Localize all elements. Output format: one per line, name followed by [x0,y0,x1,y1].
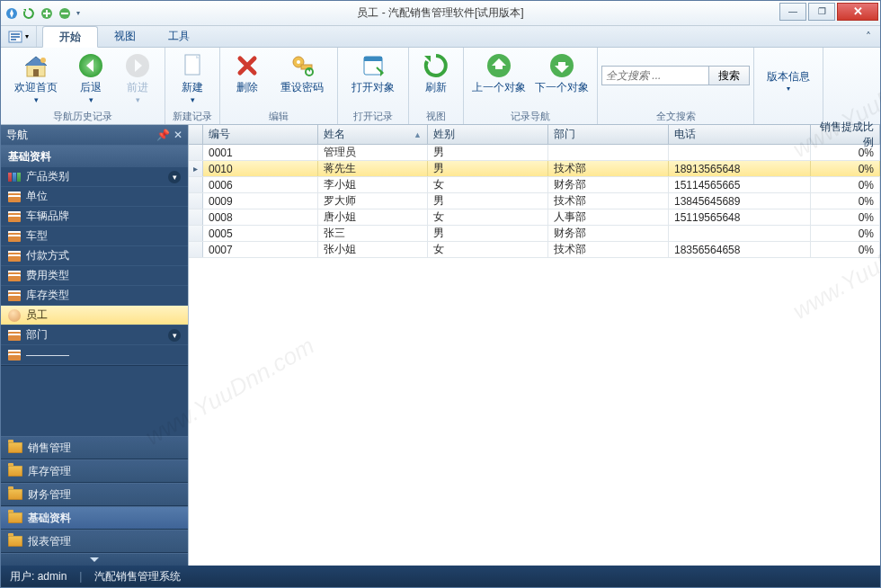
cell-id: 0005 [203,226,318,241]
sidebar-close-icon[interactable]: ✕ [174,129,182,141]
maximize-button[interactable]: ❐ [808,3,835,21]
pin-icon[interactable]: 📌 [156,129,170,141]
minimize-button[interactable]: — [779,3,806,21]
column-header-id[interactable]: 编号 [203,125,318,144]
cell-phone: 13845645689 [669,193,811,209]
grid-body[interactable]: 0001管理员男0%▸0010蒋先生男技术部189135656480%0006李… [189,145,880,566]
sidebar-item-vehicle-brand[interactable]: 车辆品牌 [1,207,188,227]
svg-rect-4 [11,33,20,35]
column-header-name[interactable]: 姓名▲ [318,125,428,144]
sidebar-item-employee[interactable]: 员工 [1,306,188,325]
sidebar-item-department[interactable]: 部门▾ [1,325,188,345]
table-row[interactable]: 0006李小姐女财务部151145656650% [189,177,880,193]
svg-rect-18 [364,57,382,61]
delete-button[interactable]: 删除 [224,49,271,94]
svg-rect-6 [11,39,16,40]
table-row[interactable]: 0001管理员男0% [189,145,880,161]
folder-icon [8,466,22,477]
tab-开始[interactable]: 开始 [42,26,98,48]
cell-dept [548,145,669,160]
status-system: 汽配销售管理系统 [94,569,181,584]
sidebar-item-vehicle-model[interactable]: 车型 [1,227,188,246]
cell-id: 0001 [203,145,318,160]
column-header-dept[interactable]: 部门 [548,125,669,144]
refresh-button[interactable]: 刷新 [413,49,459,94]
cell-gender: 男 [428,145,548,160]
column-header-comm[interactable]: 销售提成比例 [811,125,880,144]
ribbon-collapse-icon[interactable]: ˄ [857,26,880,47]
nav-finance-mgmt[interactable]: 财务管理 [1,483,188,506]
sidebar-item-label: 产品类别 [26,169,69,184]
nextobj-button[interactable]: 下一个对象 [530,49,593,94]
cell-dept: 技术部 [548,242,669,257]
qat-refresh-icon[interactable] [22,7,35,20]
nav-label: 报表管理 [28,534,71,549]
version-button[interactable]: 版本信息▾ [758,66,819,96]
sidebar-item-payment-method[interactable]: 付款方式 [1,246,188,266]
back-button[interactable]: 后退▾ [67,49,114,104]
sidebar-item-label: 单位 [26,189,48,204]
sidebar-section-header[interactable]: 基础资料 [1,146,188,167]
tab-工具[interactable]: 工具 [152,26,206,47]
qat-caret-icon[interactable]: ▾ [76,9,80,17]
nav-label: 销售管理 [28,441,71,456]
sidebar-item-more[interactable]: ―――― [1,345,188,365]
cell-name: 管理员 [318,145,428,160]
sidebar-item-expense-type[interactable]: 费用类型 [1,266,188,286]
column-header-gender[interactable]: 姓别 [428,125,548,144]
group-label: 记录导航 [467,110,593,124]
cell-id: 0010 [203,161,318,176]
sidebar-collapse-icon[interactable] [1,553,188,566]
new-button[interactable]: 新建▾ [169,49,216,104]
openobj-button[interactable]: 打开对象 [342,49,405,94]
svg-rect-8 [33,69,39,76]
close-button[interactable]: ✕ [837,3,878,21]
cell-name: 蒋先生 [318,161,428,176]
cell-comm: 0% [811,177,880,192]
cell-gender: 男 [428,193,548,209]
grid-header: 编号姓名▲姓别部门电话销售提成比例 [189,125,880,145]
folder-icon [8,489,22,500]
nav-label: 财务管理 [28,487,71,503]
sidebar-item-product-category[interactable]: 产品类别▾ [1,167,188,187]
group-label: 新建记录 [169,110,216,124]
row-indicator-icon [189,145,203,160]
fulltext-search-input[interactable] [601,66,709,85]
nav-inventory-mgmt[interactable]: 库存管理 [1,459,188,483]
sidebar-item-label: 库存类型 [26,288,69,303]
nav-base-data[interactable]: 基础资料 [1,506,188,530]
svg-rect-5 [11,36,20,38]
file-menu-button[interactable]: ▾ [1,26,37,47]
group-label: 打开记录 [342,110,405,124]
search-button[interactable]: 搜索 [708,66,750,85]
cell-gender: 男 [428,226,548,241]
sidebar-item-label: 部门 [26,327,48,343]
table-row[interactable]: 0008唐小姐女人事部151195656480% [189,209,880,226]
nav-report-mgmt[interactable]: 报表管理 [1,530,188,553]
titlebar: ▾ 员工 - 汽配销售管理软件[试用版本] — ❐ ✕ [1,1,880,26]
sidebar-item-inventory-type[interactable]: 库存类型 [1,286,188,306]
table-row[interactable]: ▸0010蒋先生男技术部189135656480% [189,161,880,177]
table-row[interactable]: 0005张三男财务部0% [189,226,880,242]
sidebar-item-label: 员工 [26,307,48,323]
cell-id: 0008 [203,209,318,225]
qat-remove-icon[interactable] [58,7,71,20]
column-header-phone[interactable]: 电话 [669,125,811,144]
statusbar: 用户: admin | 汽配销售管理系统 [1,566,880,587]
folder-icon [8,442,22,453]
prevobj-button[interactable]: 上一个对象 [467,49,530,94]
table-row[interactable]: 0009罗大师男技术部138456456890% [189,193,880,209]
resetpwd-button[interactable]: 重设密码 [271,49,334,94]
nav-sales-mgmt[interactable]: 销售管理 [1,436,188,459]
tab-视图[interactable]: 视图 [98,26,152,47]
cell-gender: 女 [428,177,548,192]
home-button[interactable]: 欢迎首页▾ [4,49,67,104]
cell-dept: 财务部 [548,226,669,241]
qat-add-icon[interactable] [40,7,53,20]
window-title: 员工 - 汽配销售管理软件[试用版本] [357,5,523,21]
sidebar-item-unit[interactable]: 单位 [1,187,188,207]
table-row[interactable]: 0007张小姐女技术部183565646580% [189,242,880,258]
cell-name: 张三 [318,226,428,241]
data-grid: 编号姓名▲姓别部门电话销售提成比例 0001管理员男0%▸0010蒋先生男技术部… [188,125,880,566]
svg-point-9 [40,58,46,63]
